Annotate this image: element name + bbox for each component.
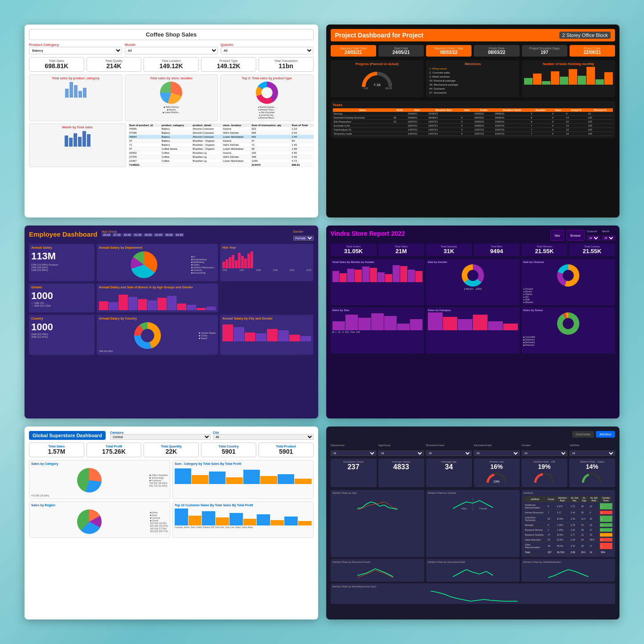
cg4 (256, 333, 267, 341)
jr-col6: Av Job Role (589, 496, 599, 502)
chart2-title: Total sales by store_location (127, 77, 216, 80)
table-row: 25002CoffeeBrazilian LgAstoria1934.95 (128, 151, 314, 155)
total-country-value: 21.55K (571, 248, 613, 254)
age-btn-61[interactable]: 61-65 (175, 233, 184, 237)
project-charts-row: Progress (Planned vs Actual) 7.33 0.00 1… (331, 60, 615, 97)
gender-attr-label: Gender (522, 444, 531, 447)
tb2 (533, 74, 541, 85)
overview-tab[interactable]: Overview (572, 431, 594, 438)
hb2 (226, 259, 228, 268)
attr-jobsat-line (523, 564, 613, 580)
browse-button[interactable]: Browse (566, 230, 585, 241)
quarter-select[interactable]: All (221, 47, 314, 54)
data-table: Sum of product_id product_category produ… (128, 123, 314, 167)
attr-filters-row: Department All AgeGroup All BusinessTrav… (331, 440, 615, 456)
vb1 (332, 271, 340, 282)
avg-salary-metric: Average Salary 4833 (378, 459, 424, 487)
age-btn-20[interactable]: 20-26 (102, 233, 111, 237)
dept-pie (131, 251, 157, 278)
legend-brewed2: ● Brewed Black... (222, 116, 312, 119)
hire-bars (222, 250, 312, 268)
gs-product-value: 5901 (261, 448, 312, 455)
ms6: 54. Ductwork (428, 87, 517, 90)
sales-gauge-svg (581, 470, 603, 484)
bar5 (83, 88, 86, 98)
country-breakdown: 16M (53.79%) 25M (21.97%) (31, 333, 92, 338)
attr-income-section: Attrition Rate by MonthlyIncome (bin) (331, 583, 615, 604)
bb2 (109, 302, 118, 310)
category-select[interactable]: Central East South West (110, 434, 211, 440)
start-label: Start Date (380, 47, 422, 50)
dept-salary-title: Annual Salary by Department (99, 246, 216, 249)
cb5 (488, 321, 503, 330)
jobrole-select[interactable]: All (570, 451, 615, 456)
bb4 (128, 297, 138, 310)
gc2 (189, 516, 202, 525)
city-label: City (213, 431, 219, 434)
country-salary-chart: Annual Salary by Country ■ United States… (97, 315, 218, 355)
product-category-chart: Total sales by product_category (29, 74, 123, 121)
channel-select[interactable]: All (587, 236, 600, 240)
cg3 (245, 332, 255, 341)
month-label: Month (125, 43, 218, 47)
project-subtitle: 2 Storey Office Block (559, 32, 611, 39)
baseline-finish-date: Baseline Finish Date 08/03/22 (426, 45, 472, 57)
gender-select[interactable]: Female Male (293, 236, 314, 241)
task-row: Trial Analysis #114/07/2114/07/21022/07/… (333, 128, 613, 132)
age-btn-34[interactable]: 34-40 (123, 233, 132, 237)
country-content: ■ United States ■ China ■ Brazil (99, 321, 216, 350)
channel-title: Sale by Channel (523, 261, 613, 263)
gender-attr-select[interactable]: All (522, 451, 567, 456)
gs-metrics-row: Total Sales 1.57M Total Profit 175.26K T… (29, 443, 314, 457)
mbar5 (82, 131, 86, 147)
month-filter-select[interactable]: All (602, 236, 615, 240)
bb10 (187, 305, 196, 310)
jr-row: Human Resources 7 3.17 2.44 29 9 ● (524, 511, 612, 515)
chart1-title: Total sales by product_category (31, 77, 120, 80)
gs-cat-content: ■ Office Supplies ■ Technology ■ Furnitu… (31, 466, 168, 494)
category-label: Category (110, 431, 123, 434)
size-sales-title: Sales by Size (332, 309, 422, 312)
total-location-value: 149.12K (146, 62, 197, 70)
nav-button[interactable]: Nav (550, 230, 564, 241)
bar3 (74, 85, 78, 98)
education-select[interactable]: All (474, 451, 519, 456)
age-filter-select[interactable]: All (378, 451, 424, 456)
hb4 (232, 255, 234, 268)
dept-legend: ■ IT ■ Engineering ■ Marketing ■ Sales ■… (191, 255, 216, 274)
age-btn-46[interactable]: 46-50 (144, 233, 153, 237)
vindra-dashboard: Vindra Store Report 2022 Nav Browse Chan… (326, 226, 620, 418)
gender-line-svg: Male Female (428, 495, 518, 511)
bakery-option[interactable]: Bakery Branded Coffee Coffee beans (29, 47, 122, 54)
coffee-bottom-row: Month by Total sales Sum of product_id p… (29, 123, 314, 167)
business-travel-select[interactable]: All (426, 451, 472, 456)
avg-age-metric: Average Age 34 (426, 459, 472, 487)
city-gender-title: Annual Salary by City and Gender (222, 317, 312, 320)
age-btn-41[interactable]: 41-45 (133, 233, 142, 237)
age-btn-27[interactable]: 27-33 (112, 233, 122, 237)
cg2 (234, 327, 244, 341)
gp2 (192, 475, 208, 484)
product-type-chart: Top 3: Total sales by product type ● Bar… (220, 74, 314, 121)
month-select[interactable]: All (125, 47, 218, 54)
size-bars (332, 312, 422, 330)
total-quality-value: 214K (89, 62, 139, 70)
th-days: Days (551, 108, 565, 112)
attrition-tab[interactable]: Attrition (596, 431, 615, 438)
hb3 (229, 257, 231, 268)
attr-education-chart: Attrition Rate by EducationField (426, 559, 520, 582)
report-val: 22/08/21 (571, 50, 613, 55)
dept-select[interactable]: All (331, 451, 376, 456)
total-transaction-value: 11bn (261, 62, 312, 70)
category-filter: Category Central East South West (110, 431, 211, 440)
status-donut (557, 312, 579, 335)
city-select[interactable]: All (213, 434, 314, 440)
age-btn-56[interactable]: 56-60 (164, 233, 174, 237)
store-location-chart: Total sales by store_location ■ Hell's K… (125, 74, 218, 121)
gp6 (260, 476, 277, 484)
education-line-svg (428, 564, 518, 580)
coffee-metrics-row: Total Sales 698.81K Total Quality 214K T… (29, 57, 314, 72)
age-btn-51[interactable]: 51-55 (154, 233, 163, 237)
cb1 (428, 312, 443, 330)
age-group-buttons: 20-26 27-33 34-40 41-45 46-50 51-55 56-6… (102, 233, 291, 237)
